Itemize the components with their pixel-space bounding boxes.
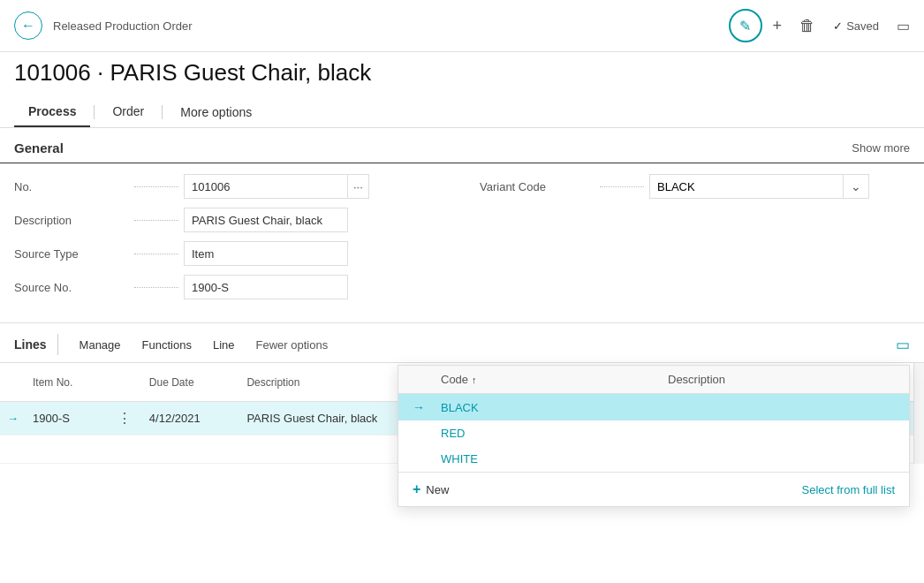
- lines-nav-line[interactable]: Line: [202, 335, 246, 355]
- page-label: Released Production Order: [53, 19, 718, 33]
- source-no-label: Source No.: [14, 281, 129, 294]
- popup-row-black[interactable]: → BLACK: [398, 394, 909, 420]
- no-input[interactable]: [184, 174, 348, 199]
- general-title: General: [14, 140, 64, 155]
- select-full-list-button[interactable]: Select from full list: [802, 483, 895, 496]
- lines-nav-functions[interactable]: Functions: [132, 335, 202, 355]
- general-form: No. ··· Description Source Type Source N…: [0, 163, 924, 319]
- code-black: BLACK: [441, 401, 668, 414]
- saved-status: ✓ Saved: [833, 19, 879, 33]
- page-title: 101006 · PARIS Guest Chair, black: [14, 59, 910, 87]
- delete-icon[interactable]: 🗑: [799, 17, 815, 35]
- variant-code-dots: [600, 186, 644, 187]
- source-type-label: Source Type: [14, 247, 129, 261]
- th-arrow: [0, 363, 26, 402]
- popup-row-white[interactable]: WHITE: [398, 446, 909, 472]
- lines-tab-label: Lines: [14, 334, 58, 355]
- row-item-no[interactable]: 1900-S: [26, 402, 107, 435]
- top-bar: ← Released Production Order ✎ + 🗑 ✓ Save…: [0, 0, 924, 52]
- description-label: Description: [14, 214, 129, 227]
- row-menu-button[interactable]: ⋮: [114, 409, 135, 428]
- back-button[interactable]: ←: [14, 11, 42, 40]
- field-source-type: Source Type: [14, 241, 444, 266]
- variant-code-chevron[interactable]: ⌄: [844, 174, 869, 199]
- form-right: Variant Code ⌄: [480, 174, 910, 308]
- nav-tabs: Process Order More options: [0, 97, 924, 128]
- checkmark-icon: ✓: [833, 19, 843, 33]
- field-description: Description: [14, 208, 444, 232]
- lines-nav-fewer[interactable]: Fewer options: [246, 335, 339, 355]
- source-type-input[interactable]: [184, 241, 348, 266]
- no-value-wrap: ···: [184, 174, 369, 199]
- general-section-header: General Show more: [0, 128, 924, 163]
- code-white: WHITE: [441, 452, 668, 466]
- selected-arrow-icon: →: [413, 400, 441, 414]
- tab-order[interactable]: Order: [98, 97, 158, 127]
- variant-code-label: Variant Code: [480, 180, 595, 193]
- table-scrollbar[interactable]: [913, 363, 924, 464]
- field-variant-code: Variant Code ⌄: [480, 174, 910, 199]
- row-arrow-cell: →: [0, 402, 26, 435]
- field-source-no: Source No.: [14, 275, 444, 299]
- description-input[interactable]: [184, 208, 348, 232]
- back-icon: ←: [21, 18, 35, 34]
- lines-nav-manage[interactable]: Manage: [69, 335, 132, 355]
- edit-icon: ✎: [739, 18, 751, 34]
- popup-header: Code ↑ Description: [398, 366, 909, 394]
- sort-arrow-icon: ↑: [472, 375, 477, 385]
- popup-col-description: Description: [668, 373, 895, 386]
- tab-separator: [94, 105, 95, 119]
- row-due-date[interactable]: 4/12/2021: [142, 402, 240, 435]
- popup-row-red[interactable]: RED: [398, 420, 909, 446]
- row-arrow-icon: →: [7, 412, 19, 425]
- row-action-cell[interactable]: ⋮: [107, 402, 142, 435]
- variant-code-wrap: ⌄: [649, 174, 869, 199]
- source-no-dots: [134, 287, 178, 288]
- variant-code-input[interactable]: [649, 174, 844, 199]
- popup-col-code: Code ↑: [441, 373, 668, 386]
- form-left: No. ··· Description Source Type Source N…: [14, 174, 444, 308]
- show-more-button[interactable]: Show more: [852, 141, 910, 155]
- title-section: 101006 · PARIS Guest Chair, black: [0, 52, 924, 97]
- plus-icon: +: [413, 481, 420, 497]
- source-type-dots: [134, 254, 178, 254]
- description-dots: [134, 220, 178, 221]
- share-icon[interactable]: ▭: [897, 18, 910, 34]
- tab-process[interactable]: Process: [14, 97, 90, 127]
- no-dots: [134, 186, 178, 187]
- no-more-button[interactable]: ···: [348, 174, 369, 199]
- top-actions: + 🗑 ✓ Saved ▭: [773, 17, 910, 35]
- th-due-date: Due Date: [142, 363, 240, 402]
- lines-export-icon[interactable]: ▭: [896, 336, 910, 354]
- no-label: No.: [14, 180, 129, 193]
- tab-separator-2: [162, 105, 163, 119]
- th-item-no: Item No.: [26, 363, 107, 402]
- edit-button[interactable]: ✎: [729, 9, 762, 42]
- th-action: [107, 363, 142, 402]
- source-no-input[interactable]: [184, 275, 348, 299]
- code-red: RED: [441, 427, 668, 440]
- lines-header: Lines Manage Functions Line Fewer option…: [0, 327, 924, 363]
- popup-footer: + New Select from full list: [398, 472, 909, 506]
- new-button[interactable]: + New: [413, 481, 449, 497]
- variant-code-dropdown: Code ↑ Description → BLACK RED WHITE: [398, 365, 910, 507]
- add-icon[interactable]: +: [773, 17, 783, 35]
- field-no: No. ···: [14, 174, 444, 199]
- tab-more-options[interactable]: More options: [166, 98, 266, 126]
